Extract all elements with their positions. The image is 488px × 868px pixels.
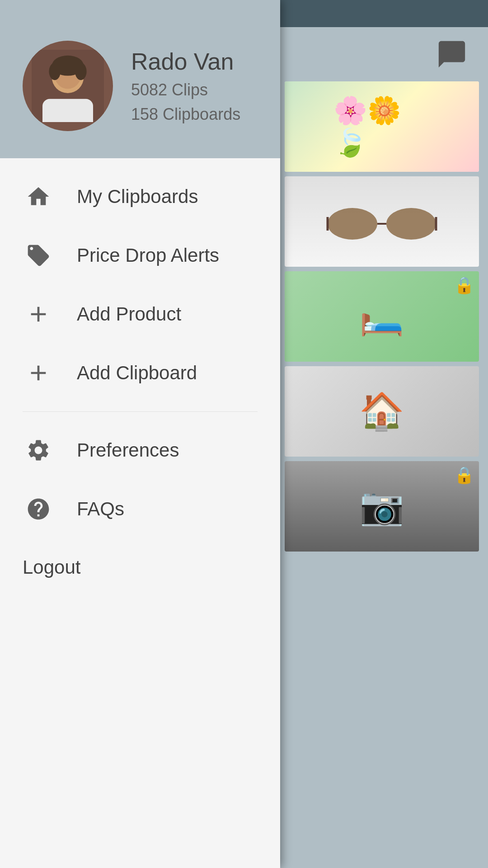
avatar[interactable] xyxy=(23,41,113,131)
image-card-camera[interactable]: 📷 🔒 xyxy=(285,461,479,552)
logout-label: Logout xyxy=(23,557,80,578)
avatar-image xyxy=(32,50,104,122)
menu-section-1: My Clipboards Price Drop Alerts xyxy=(0,158,280,411)
menu-item-price-drop-alerts[interactable]: Price Drop Alerts xyxy=(0,226,280,285)
preferences-label: Preferences xyxy=(77,439,179,461)
add-clipboard-label: Add Clipboard xyxy=(77,362,197,384)
svg-point-1 xyxy=(386,208,436,240)
svg-rect-7 xyxy=(42,99,93,122)
add-product-label: Add Product xyxy=(77,303,181,325)
image-grid: 🛏️ 🔒 🏠 📷 🔒 xyxy=(280,81,488,552)
home-icon xyxy=(23,181,54,212)
menu-item-preferences[interactable]: Preferences xyxy=(0,421,280,480)
menu-item-my-clipboards[interactable]: My Clipboards xyxy=(0,167,280,226)
menu-item-add-clipboard[interactable]: Add Clipboard xyxy=(0,344,280,402)
menu-item-faqs[interactable]: FAQs xyxy=(0,480,280,538)
my-clipboards-label: My Clipboards xyxy=(77,186,198,208)
image-card-flower[interactable] xyxy=(285,81,479,172)
menu-item-logout[interactable]: Logout xyxy=(0,538,280,596)
menu-item-add-product[interactable]: Add Product xyxy=(0,285,280,344)
sunglasses-svg xyxy=(323,199,441,244)
chat-icon-container[interactable] xyxy=(434,36,470,72)
add-product-icon xyxy=(23,298,54,330)
chat-icon xyxy=(436,38,468,70)
menu-section-2: Preferences FAQs Logout xyxy=(0,412,280,605)
user-name: Rado Van xyxy=(131,48,240,75)
svg-point-0 xyxy=(328,208,377,240)
lock-icon-camera: 🔒 xyxy=(454,466,474,485)
lock-icon: 🔒 xyxy=(454,276,474,295)
svg-point-10 xyxy=(49,63,61,80)
gear-icon xyxy=(23,434,54,466)
clips-count: 5082 Clips xyxy=(131,80,240,99)
navigation-drawer: Rado Van 5082 Clips 158 Clipboards My Cl… xyxy=(0,0,280,868)
image-card-bed1[interactable]: 🛏️ 🔒 xyxy=(285,271,479,362)
add-clipboard-icon xyxy=(23,357,54,389)
faqs-label: FAQs xyxy=(77,498,124,520)
drawer-menu: My Clipboards Price Drop Alerts xyxy=(0,158,280,868)
drawer-header: Rado Van 5082 Clips 158 Clipboards xyxy=(0,0,280,158)
price-tag-icon xyxy=(23,240,54,271)
image-card-sunglasses[interactable] xyxy=(285,176,479,267)
image-card-bed2[interactable]: 🏠 xyxy=(285,366,479,457)
question-icon xyxy=(23,493,54,525)
svg-point-11 xyxy=(75,63,87,80)
clipboards-count: 158 Clipboards xyxy=(131,105,240,124)
user-info: Rado Van 5082 Clips 158 Clipboards xyxy=(131,48,240,124)
price-drop-alerts-label: Price Drop Alerts xyxy=(77,245,219,266)
